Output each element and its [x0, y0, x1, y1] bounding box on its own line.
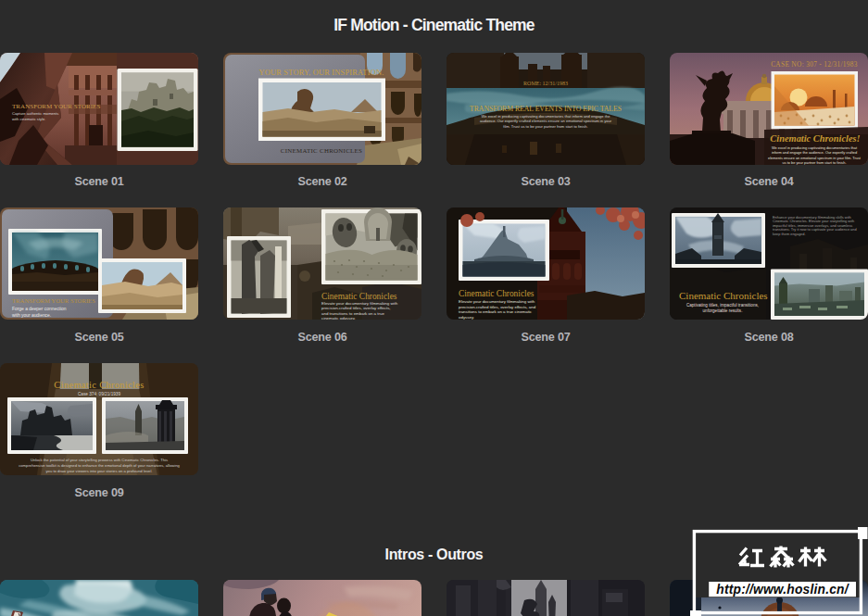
svg-text:http://www.hoslin.cn/: http://www.hoslin.cn/ [716, 583, 849, 597]
